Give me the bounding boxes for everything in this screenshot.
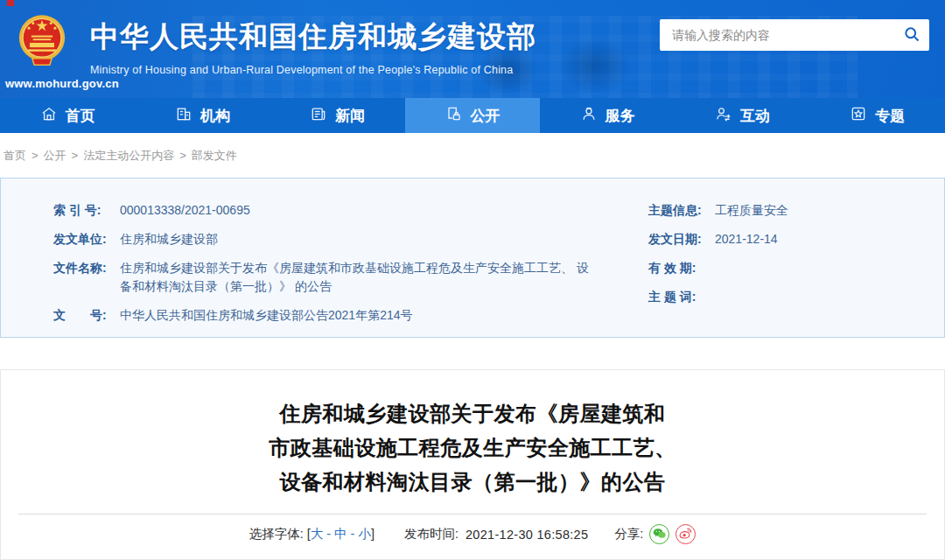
home-icon [40, 105, 58, 127]
info-row-document-number: 文 号: 中华人民共和国住房和城乡建设部公告2021年第214号 [53, 306, 624, 325]
info-value: 住房和城乡建设部 [120, 230, 244, 248]
info-value [715, 288, 741, 306]
info-value: 000013338/2021-00695 [120, 201, 276, 220]
info-row-topic-info: 主题信息: 工程质量安全 [648, 201, 944, 220]
nav-label: 服务 [606, 106, 635, 126]
weibo-share-button[interactable] [676, 524, 696, 544]
nav-label: 公开 [470, 106, 500, 126]
doc-info-card: 索 引 号: 000013338/2021-00695 发文单位: 住房和城乡建… [0, 178, 945, 338]
info-row-keywords: 主 题 词: [648, 288, 944, 306]
nav-item-service[interactable]: 服务 [540, 98, 675, 133]
info-label: 文件名称: [53, 259, 120, 296]
breadcrumb: 首页>公开>法定主动公开内容>部发文件 [0, 133, 945, 178]
article-title: 住房和城乡建设部关于发布《房屋建筑和 市政基础设施工程危及生产安全施工工艺、 设… [1, 396, 944, 499]
disclosure-icon [444, 105, 462, 127]
news-icon [310, 105, 327, 127]
title-divider [18, 514, 927, 514]
breadcrumb-separator: > [72, 149, 79, 162]
info-label: 文 号: [53, 306, 120, 325]
article-title-line: 市政基础设施工程危及生产安全施工工艺、 [1, 430, 944, 465]
nav-item-interaction[interactable]: 互动 [675, 98, 809, 133]
nav-label: 新闻 [335, 106, 365, 126]
publish-time-label: 发布时间: [404, 526, 458, 542]
article-title-line: 设备和材料淘汰目录（第一批）》的公告 [1, 465, 944, 499]
font-size-small[interactable]: 小 [358, 527, 371, 541]
nav-label: 互动 [740, 106, 770, 126]
info-value: 工程质量安全 [715, 201, 815, 220]
corner-red-mark [7, 0, 14, 6]
nav-item-news[interactable]: 新闻 [270, 98, 405, 133]
site-title-en: Ministry of Housing and Urban-Rural Deve… [90, 64, 536, 76]
info-label: 主题信息: [648, 201, 715, 220]
info-row-document-name: 文件名称: 住房和城乡建设部关于发布《房屋建筑和市政基础设施工程危及生产安全施工… [53, 259, 624, 296]
font-chooser-label: 选择字体: [249, 526, 304, 542]
nav-item-disclosure[interactable]: 公开 [405, 98, 540, 133]
info-label: 有 效 期: [648, 259, 715, 277]
bracket-close: ] [371, 527, 374, 541]
wechat-icon [653, 528, 666, 542]
share-label: 分享: [614, 526, 643, 542]
nav-item-home[interactable]: 首页 [0, 98, 135, 133]
breadcrumb-statutory[interactable]: 法定主动公开内容 [83, 149, 174, 162]
font-size-medium[interactable]: 中 [334, 527, 347, 541]
search-input[interactable] [660, 28, 894, 42]
font-size-separator: - [351, 527, 355, 541]
font-size-separator: - [326, 527, 331, 541]
info-label: 主 题 词: [648, 288, 715, 306]
font-size-large[interactable]: 大 [311, 527, 324, 541]
info-value [715, 259, 741, 277]
breadcrumb-home[interactable]: 首页 [4, 149, 26, 162]
site-title-cn: 中华人民共和国住房和城乡建设部 [90, 18, 536, 57]
interaction-icon [715, 105, 732, 127]
main-nav: 首页 机构 新闻 公开 [0, 98, 945, 133]
nav-label: 首页 [66, 106, 95, 126]
wechat-share-button[interactable] [649, 524, 669, 544]
nav-item-org[interactable]: 机构 [135, 98, 270, 133]
info-label: 发文日期: [648, 230, 715, 248]
info-value: 2021-12-14 [715, 230, 804, 248]
breadcrumb-separator: > [179, 149, 186, 162]
share-group: 分享: [614, 524, 696, 544]
info-row-validity: 有 效 期: [648, 259, 944, 277]
article-card: 住房和城乡建设部关于发布《房屋建筑和 市政基础设施工程危及生产安全施工工艺、 设… [0, 369, 945, 560]
info-label: 发文单位: [53, 230, 120, 248]
info-row-index-number: 索 引 号: 000013338/2021-00695 [53, 201, 624, 220]
doc-info-left-column: 索 引 号: 000013338/2021-00695 发文单位: 住房和城乡建… [1, 201, 624, 337]
article-title-line: 住房和城乡建设部关于发布《房屋建筑和 [1, 396, 944, 430]
info-value: 住房和城乡建设部关于发布《房屋建筑和市政基础设施工程危及生产安全施工工艺、 设备… [120, 259, 624, 296]
spacer [0, 338, 945, 369]
nav-item-topics[interactable]: 专题 [810, 98, 945, 133]
doc-info-right-column: 主题信息: 工程质量安全 发文日期: 2021-12-14 有 效 期: 主 题… [624, 201, 944, 337]
service-icon [580, 105, 598, 127]
national-emblem [18, 10, 66, 77]
breadcrumb-disclosure[interactable]: 公开 [44, 149, 66, 162]
breadcrumb-separator: > [32, 149, 38, 162]
publish-time-value: 2021-12-30 16:58:25 [466, 528, 588, 542]
topic-icon [850, 105, 867, 127]
search-box [660, 19, 929, 51]
search-icon [903, 25, 920, 46]
info-label: 索 引 号: [53, 201, 120, 220]
nav-label: 机构 [200, 106, 230, 126]
info-row-issuing-unit: 发文单位: 住房和城乡建设部 [53, 230, 624, 248]
font-size-chooser: [大-中-小] [307, 526, 374, 542]
nav-label: 专题 [875, 106, 905, 126]
article-meta-row: 选择字体: [大-中-小] 发布时间: 2021-12-30 16:58:25 … [1, 524, 944, 544]
site-header: www.mohurd.gov.cn 中华人民共和国住房和城乡建设部 Minist… [0, 0, 945, 98]
site-url: www.mohurd.gov.cn [5, 77, 119, 90]
weibo-icon [679, 528, 692, 542]
building-icon [175, 105, 192, 127]
search-button[interactable] [894, 19, 929, 51]
breadcrumb-ministry-docs[interactable]: 部发文件 [192, 149, 237, 162]
info-row-issue-date: 发文日期: 2021-12-14 [648, 230, 944, 248]
info-value: 中华人民共和国住房和城乡建设部公告2021年第214号 [120, 306, 439, 325]
